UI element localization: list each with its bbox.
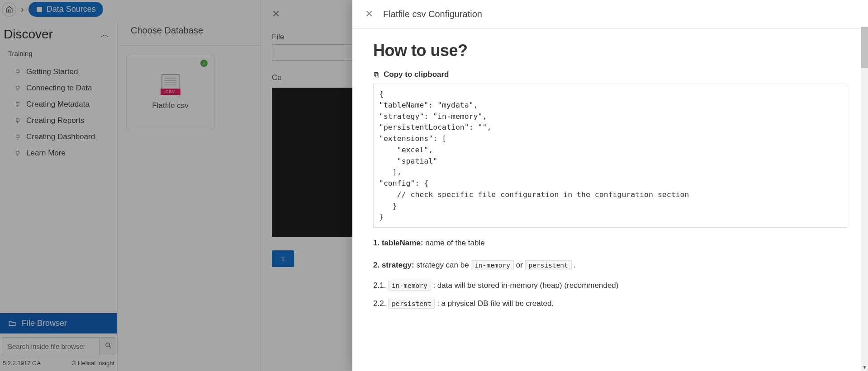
scrollbar-down-arrow[interactable]: ▼ (861, 363, 868, 371)
desc-strategy-in-memory: 2.1. in-memory : data will be stored in-… (373, 281, 847, 290)
copy-icon (373, 71, 380, 78)
desc-strategy: 2. strategy: strategy can be in-memory o… (373, 259, 847, 271)
drawer-close-icon[interactable]: ✕ (365, 8, 373, 20)
drawer-title: Flatfile csv Configuration (383, 9, 482, 19)
code-in-memory: in-memory (388, 281, 431, 291)
help-drawer: ✕ Flatfile csv Configuration How to use?… (352, 0, 868, 371)
how-to-heading: How to use? (373, 41, 847, 60)
copy-label: Copy to clipboard (384, 70, 449, 79)
copy-to-clipboard-button[interactable]: Copy to clipboard (373, 70, 847, 79)
desc-tablename: 1. tableName: name of the table (373, 237, 847, 249)
svg-rect-18 (375, 72, 378, 76)
code-persistent: persistent (525, 260, 572, 270)
code-in-memory: in-memory (471, 260, 514, 270)
drawer-body: How to use? Copy to clipboard { "tableNa… (352, 28, 868, 371)
code-persistent: persistent (388, 299, 435, 309)
desc-strategy-persistent: 2.2. persistent : a physical DB file wil… (373, 299, 847, 308)
scrollbar-thumb[interactable] (861, 27, 868, 68)
drawer-scrollbar[interactable]: ▼ (861, 27, 868, 371)
drawer-header: ✕ Flatfile csv Configuration (352, 0, 868, 28)
code-example: { "tableName": "mydata", "strategy": "in… (373, 84, 847, 228)
svg-rect-17 (375, 74, 379, 77)
